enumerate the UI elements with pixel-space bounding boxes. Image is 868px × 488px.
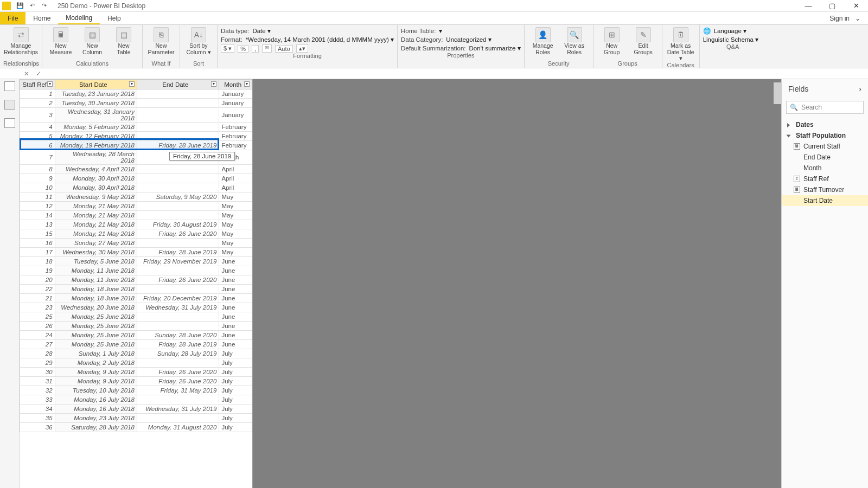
filter-icon[interactable]: ▾ xyxy=(244,81,250,87)
new-measure-button[interactable]: 🖩New Measure xyxy=(46,26,76,55)
table-row[interactable]: 3Wednesday, 31 January 2018January xyxy=(20,108,252,123)
table-row[interactable]: 19Monday, 11 June 2018June xyxy=(20,266,252,275)
table-row[interactable]: 8Wednesday, 4 April 2018April xyxy=(20,165,252,174)
cancel-formula-icon[interactable]: ✕ xyxy=(24,70,29,78)
mark-date-table-button[interactable]: 🗓Mark as Date Table ▾ xyxy=(666,26,696,62)
comma-button[interactable]: , xyxy=(252,45,259,53)
table-row[interactable]: 23Wednesday, 20 June 2018Wednesday, 31 J… xyxy=(20,303,252,312)
datacat-dropdown[interactable]: Uncategorized ▾ xyxy=(446,36,491,43)
table-row[interactable]: 12Monday, 21 May 2018May xyxy=(20,202,252,211)
table-row[interactable]: 28Sunday, 1 July 2018Sunday, 28 July 201… xyxy=(20,349,252,358)
field-staff-ref[interactable]: ΣStaff Ref xyxy=(782,174,868,184)
currency-button[interactable]: $ ▾ xyxy=(221,44,234,53)
home-tab[interactable]: Home xyxy=(25,12,58,24)
filter-icon[interactable]: ▾ xyxy=(47,81,53,87)
table-row[interactable]: 6Monday, 19 February 2018Friday, 28 June… xyxy=(20,141,252,150)
table-dates[interactable]: Dates xyxy=(782,119,868,130)
field-staff-turnover[interactable]: 🖩Staff Turnover xyxy=(782,184,868,195)
language-dropdown[interactable]: Language ▾ xyxy=(714,27,746,35)
modeling-tab[interactable]: Modeling xyxy=(58,12,100,24)
model-view-icon[interactable] xyxy=(4,118,15,128)
new-column-button[interactable]: ▦New Column xyxy=(77,26,107,55)
format-dropdown[interactable]: *Wednesday, 14 March 2001 (dddd, d MMMM … xyxy=(246,36,394,43)
col-start-date[interactable]: Start Date▾ xyxy=(55,80,137,89)
manage-relationships-button[interactable]: ⇄ Manage Relationships xyxy=(3,26,39,55)
new-table-button[interactable]: ▤New Table xyxy=(108,26,139,55)
table-row[interactable]: 15Monday, 21 May 2018Friday, 26 June 202… xyxy=(20,229,252,239)
table-row[interactable]: 36Saturday, 28 July 2018Monday, 31 Augus… xyxy=(20,423,252,432)
table-row[interactable]: 18Tuesday, 5 June 2018Friday, 29 Novembe… xyxy=(20,257,252,266)
undo-icon[interactable]: ↶ xyxy=(28,2,36,10)
field-current-staff[interactable]: 🖩Current Staff xyxy=(782,141,868,152)
sign-in-link[interactable]: Sign in xyxy=(829,15,850,22)
calendars-group-label: Calendars xyxy=(666,62,696,69)
decimal-spinner[interactable]: ▴▾ xyxy=(296,44,308,53)
data-view-icon[interactable] xyxy=(4,100,15,110)
datatype-dropdown[interactable]: Date ▾ xyxy=(252,27,271,35)
col-month[interactable]: Month▾ xyxy=(219,80,252,89)
help-tab[interactable]: Help xyxy=(100,12,129,24)
calculations-group-label: Calculations xyxy=(46,60,139,68)
field-month[interactable]: Month xyxy=(782,163,868,174)
new-parameter-button[interactable]: ⎘New Parameter xyxy=(146,26,176,55)
table-row[interactable]: 17Wednesday, 30 May 2018Friday, 28 June … xyxy=(20,248,252,257)
table-row[interactable]: 34Monday, 16 July 2018Wednesday, 31 July… xyxy=(20,404,252,414)
table-row[interactable]: 32Tuesday, 10 July 2018Friday, 31 May 20… xyxy=(20,386,252,395)
table-row[interactable]: 14Monday, 21 May 2018May xyxy=(20,211,252,220)
sort-by-column-button[interactable]: A↓Sort by Column ▾ xyxy=(183,26,214,55)
datatype-label: Data type: xyxy=(221,28,249,34)
chevron-down-icon[interactable]: ⌄ xyxy=(855,15,860,22)
table-row[interactable]: 35Monday, 23 July 2018July xyxy=(20,414,252,423)
chevron-right-icon[interactable]: › xyxy=(859,85,861,93)
filter-icon[interactable]: ▾ xyxy=(211,81,216,87)
col-end-date[interactable]: End Date▾ xyxy=(137,80,219,89)
percent-button[interactable]: % xyxy=(238,45,248,53)
table-row[interactable]: 16Sunday, 27 May 2018May xyxy=(20,239,252,248)
table-row[interactable]: 4Monday, 5 February 2018February xyxy=(20,123,252,132)
table-row[interactable]: 31Monday, 9 July 2018Friday, 26 June 202… xyxy=(20,377,252,386)
table-staff-population[interactable]: Staff Population xyxy=(782,130,868,141)
report-view-icon[interactable] xyxy=(4,81,15,91)
view-as-roles-button[interactable]: 🔍View as Roles xyxy=(559,26,590,55)
table-row[interactable]: 22Monday, 18 June 2018June xyxy=(20,285,252,294)
table-row[interactable]: 9Monday, 30 April 2018April xyxy=(20,174,252,183)
table-row[interactable]: 25Monday, 25 June 2018June xyxy=(20,312,252,322)
close-button[interactable]: ✕ xyxy=(844,0,868,12)
table-row[interactable]: 10Monday, 30 April 2018April xyxy=(20,183,252,192)
qa-group-label: Q&A xyxy=(703,43,763,51)
table-row[interactable]: 21Monday, 18 June 2018Friday, 20 Decembe… xyxy=(20,294,252,303)
field-end-date[interactable]: End Date xyxy=(782,152,868,163)
new-group-button[interactable]: ⊞New Group xyxy=(597,26,627,55)
scrollbar-thumb[interactable] xyxy=(774,82,781,104)
maximize-button[interactable]: ▢ xyxy=(820,0,844,12)
manage-roles-button[interactable]: 👤Manage Roles xyxy=(528,26,558,55)
commit-formula-icon[interactable]: ✓ xyxy=(36,70,41,78)
table-row[interactable]: 29Monday, 2 July 2018July xyxy=(20,358,252,368)
table-row[interactable]: 1Tuesday, 23 January 2018January xyxy=(20,89,252,99)
table-row[interactable]: 24Monday, 25 June 2018Sunday, 28 June 20… xyxy=(20,331,252,340)
table-row[interactable]: 33Monday, 16 July 2018July xyxy=(20,395,252,404)
field-start-date[interactable]: Start Date xyxy=(782,195,868,206)
linguistic-schema-dropdown[interactable]: Linguistic Schema ▾ xyxy=(703,36,759,43)
fields-search[interactable]: 🔍 Search xyxy=(786,101,864,114)
table-row[interactable]: 13Monday, 21 May 2018Friday, 30 August 2… xyxy=(20,220,252,229)
file-tab[interactable]: File xyxy=(0,12,25,24)
table-row[interactable]: 27Monday, 25 June 2018Friday, 28 June 20… xyxy=(20,340,252,349)
hometable-dropdown[interactable]: ▾ xyxy=(439,27,442,35)
decimal-button[interactable]: ⁰⁰ xyxy=(262,44,272,53)
table-row[interactable]: 26Monday, 25 June 2018June xyxy=(20,322,252,331)
table-row[interactable]: 30Monday, 9 July 2018Friday, 26 June 202… xyxy=(20,368,252,377)
format-label: Format: xyxy=(221,36,242,43)
table-row[interactable]: 11Wednesday, 9 May 2018Saturday, 9 May 2… xyxy=(20,192,252,202)
edit-groups-button[interactable]: ✎Edit Groups xyxy=(628,26,659,55)
auto-button[interactable]: Auto xyxy=(275,45,293,53)
table-row[interactable]: 20Monday, 11 June 2018Friday, 26 June 20… xyxy=(20,275,252,285)
col-staff-ref[interactable]: Staff Ref▾ xyxy=(20,80,55,89)
table-row[interactable]: 5Monday, 12 February 2018February xyxy=(20,132,252,141)
summ-dropdown[interactable]: Don't summarize ▾ xyxy=(469,44,521,52)
table-row[interactable]: 2Tuesday, 30 January 2018January xyxy=(20,99,252,108)
filter-icon[interactable]: ▾ xyxy=(129,81,135,87)
redo-icon[interactable]: ↷ xyxy=(40,2,48,10)
minimize-button[interactable]: — xyxy=(796,0,820,12)
save-icon[interactable]: 💾 xyxy=(16,2,24,10)
